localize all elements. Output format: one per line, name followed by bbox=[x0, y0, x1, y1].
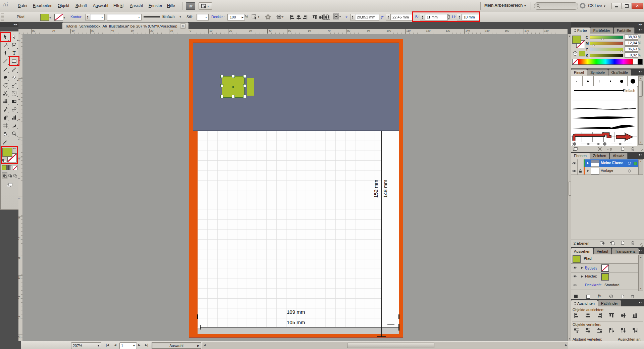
menu-item-schrift[interactable]: Schrift bbox=[75, 3, 87, 8]
appearance-header-row[interactable]: Pfad bbox=[571, 254, 639, 264]
align-hcenter-button[interactable] bbox=[584, 312, 592, 318]
zoom-level-dropdown[interactable]: 207%▼ bbox=[71, 342, 101, 349]
selection-handle[interactable] bbox=[220, 84, 223, 87]
channel-value-field[interactable]: 12,04 bbox=[625, 40, 638, 46]
swap-fill-stroke-icon[interactable] bbox=[12, 147, 17, 151]
delete-item-icon[interactable] bbox=[631, 294, 635, 298]
dist-hcenter-button[interactable] bbox=[620, 327, 627, 333]
scroll-left-arrow[interactable]: ◀ bbox=[204, 344, 206, 347]
brush-libraries-icon[interactable] bbox=[573, 147, 578, 151]
brush-swatch[interactable] bbox=[583, 76, 594, 87]
layer-row-vorlage[interactable]: Vorlage bbox=[571, 167, 639, 175]
new-layer-icon[interactable] bbox=[621, 241, 625, 245]
draw-normal-button[interactable] bbox=[2, 172, 7, 179]
canvas[interactable]: 152 mm 148 mm 109 mm 105 mm bbox=[22, 34, 568, 341]
rectangle-tool[interactable] bbox=[10, 57, 18, 65]
knife-tool[interactable] bbox=[1, 138, 10, 146]
next-page-button[interactable]: ▶ bbox=[138, 343, 141, 347]
menu-item-datei[interactable]: Datei bbox=[18, 3, 27, 8]
y-field[interactable]: 22,45 mm bbox=[390, 14, 412, 20]
clear-appearance-icon[interactable] bbox=[609, 294, 613, 298]
layer-lock-toggle[interactable] bbox=[577, 167, 584, 174]
menu-item-fenster[interactable]: Fenster bbox=[149, 3, 162, 8]
menu-item-objekt[interactable]: Objekt bbox=[58, 3, 69, 8]
resize-grip[interactable] bbox=[640, 148, 643, 151]
remove-brush-stroke-icon[interactable] bbox=[598, 147, 602, 151]
none-button[interactable] bbox=[13, 165, 17, 170]
align-right-button[interactable] bbox=[302, 14, 308, 20]
dist-right-button[interactable] bbox=[631, 327, 639, 333]
farbe-fill-swatch[interactable] bbox=[572, 36, 581, 44]
blend-tool[interactable] bbox=[10, 105, 18, 113]
color-button[interactable] bbox=[2, 165, 7, 170]
flaeche-row[interactable]: Fläche: bbox=[571, 272, 639, 281]
tab-verlauf[interactable]: Verlauf bbox=[594, 248, 611, 254]
make-clipping-mask-icon[interactable] bbox=[600, 241, 605, 246]
scale-tool[interactable] bbox=[10, 81, 18, 89]
blob-brush-tool[interactable] bbox=[1, 73, 10, 81]
layer-visibility-toggle[interactable] bbox=[571, 167, 578, 174]
column-graph-tool[interactable] bbox=[10, 113, 18, 121]
opacity-field[interactable]: 100▶ bbox=[227, 14, 245, 20]
new-art-basic-icon[interactable] bbox=[574, 295, 578, 298]
selection-handle[interactable] bbox=[220, 95, 223, 98]
new-brush-icon[interactable] bbox=[621, 147, 625, 151]
fill-stroke-swatches[interactable] bbox=[2, 147, 17, 163]
isolate-selected-object-button[interactable]: ▼ bbox=[251, 14, 260, 20]
selection-tool[interactable] bbox=[1, 33, 10, 41]
horizontal-scrollbar[interactable]: ◀ ▶ bbox=[203, 342, 568, 349]
panel-menu-icon[interactable]: ▾≡ bbox=[639, 70, 643, 73]
style-dropdown[interactable]: ▼ bbox=[197, 14, 209, 20]
channel-slider[interactable] bbox=[590, 36, 623, 39]
tab-pinsel[interactable]: Pinsel bbox=[571, 69, 587, 76]
selection-handle[interactable] bbox=[232, 95, 235, 98]
expand-triangle[interactable] bbox=[581, 266, 583, 269]
panel-menu-icon[interactable]: ▾≡ bbox=[639, 301, 643, 304]
scroll-up-arrow[interactable]: ▲ bbox=[639, 77, 643, 80]
stroke-weight-stepper[interactable]: ▲▼ bbox=[85, 14, 90, 20]
x-label[interactable]: x: bbox=[345, 15, 348, 19]
pencil-tool[interactable] bbox=[10, 65, 18, 73]
align-top-button[interactable] bbox=[608, 312, 615, 318]
panel-menu-icon[interactable]: ▾≡ bbox=[639, 153, 643, 156]
layer-expand-triangle[interactable] bbox=[587, 169, 589, 172]
tab-farbhilfe[interactable]: Farbhilfe bbox=[614, 28, 635, 34]
tab-transparenz[interactable]: Transparenz bbox=[612, 248, 639, 254]
tab-symbole[interactable]: Symbole bbox=[587, 69, 608, 76]
width-profile-dropdown[interactable]: ▼ bbox=[107, 14, 142, 20]
tab-aussehen[interactable]: Aussehen bbox=[571, 248, 593, 254]
pinsel-scroll-thumb[interactable] bbox=[639, 81, 643, 97]
document-setup-button[interactable]: ▼ bbox=[275, 14, 285, 20]
pinsel-scrollbar[interactable]: ▲ ▼ bbox=[638, 76, 643, 145]
direct-selection-tool[interactable] bbox=[10, 33, 18, 41]
document-tab[interactable]: Tutorial_Schreibblock_A6_Illustrator.ai*… bbox=[62, 22, 189, 30]
line-segment-tool[interactable] bbox=[1, 57, 10, 65]
dist-left-button[interactable] bbox=[608, 327, 615, 333]
draw-behind-button[interactable] bbox=[7, 172, 12, 179]
dock-collapse-button[interactable]: ▶▶ bbox=[571, 22, 644, 27]
draw-inside-button[interactable] bbox=[13, 172, 18, 179]
layer-row-meine-ebene[interactable]: Meine Ebene bbox=[571, 159, 639, 167]
align-left-button[interactable] bbox=[289, 14, 295, 20]
document-tab-close-button[interactable]: ✕ bbox=[180, 23, 186, 29]
menu-item-auswahl[interactable]: Auswahl bbox=[93, 3, 108, 8]
align-hcenter-button[interactable] bbox=[296, 14, 302, 20]
paintbrush-tool[interactable] bbox=[1, 65, 10, 73]
slice-tool[interactable] bbox=[10, 121, 18, 130]
panel-grip[interactable] bbox=[1, 13, 4, 21]
status-tool-field[interactable]: Auswahl▶ bbox=[152, 342, 201, 349]
channel-value-field[interactable]: 38,93 bbox=[625, 34, 638, 40]
deckkraft-row-label[interactable]: Deckkraft: bbox=[585, 283, 602, 287]
selection-handle[interactable] bbox=[243, 75, 246, 78]
align-top-button[interactable] bbox=[312, 14, 318, 20]
new-sublayer-icon[interactable] bbox=[610, 241, 615, 245]
screen-mode-button[interactable] bbox=[5, 182, 14, 189]
toolbar-grip[interactable] bbox=[1, 28, 18, 31]
layer-expand-triangle[interactable] bbox=[587, 162, 589, 164]
fill-color-swatch[interactable] bbox=[40, 14, 49, 21]
previous-page-button[interactable]: ◀ bbox=[114, 343, 116, 347]
x-field[interactable]: 20,851 mm bbox=[355, 14, 379, 20]
lasso-tool[interactable] bbox=[10, 41, 18, 49]
gradient-button[interactable] bbox=[7, 165, 12, 170]
scroll-down-arrow[interactable]: ▼ bbox=[639, 141, 643, 144]
